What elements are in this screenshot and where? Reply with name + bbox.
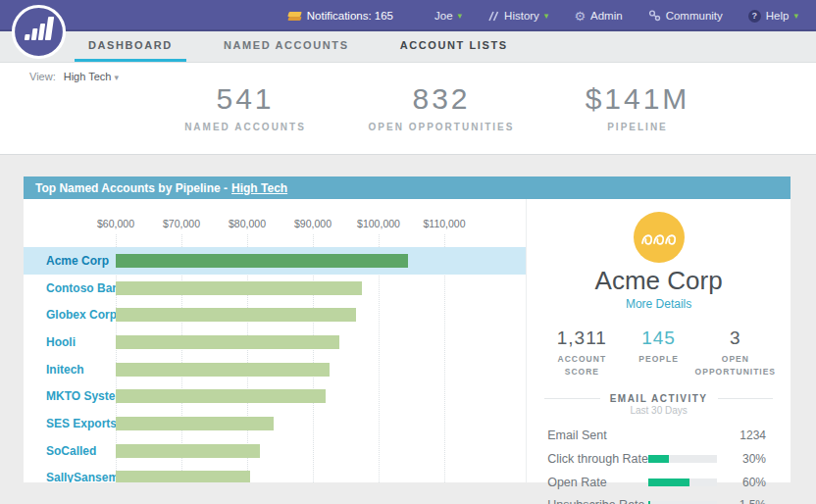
pipeline-bar[interactable] — [116, 335, 339, 349]
community-menu[interactable]: Community — [648, 10, 723, 22]
admin-label: Admin — [590, 10, 623, 22]
stat-value: 1,311 — [538, 328, 625, 349]
kpi-value: 832 — [343, 82, 539, 116]
chart-rows: Acme CorpContoso BankGlobex CorpHooliIni… — [24, 247, 526, 482]
community-icon — [648, 10, 661, 22]
history-icon — [487, 11, 499, 22]
pipeline-bar[interactable] — [116, 444, 260, 458]
metric-row: Email Sent1234 — [547, 425, 766, 448]
stat-value: 3 — [692, 328, 779, 349]
admin-menu[interactable]: ⚙ Admin — [574, 10, 622, 23]
metric-progress-fill — [648, 479, 689, 486]
chart-row: MKTO Systems — [24, 382, 526, 410]
email-activity-header: EMAIL ACTIVITY Last 30 Days — [527, 393, 790, 416]
pipeline-bar[interactable] — [116, 417, 274, 430]
chart-row: Hooli — [24, 328, 526, 356]
metric-progress-fill — [648, 455, 669, 463]
pipeline-bar[interactable] — [116, 363, 330, 377]
user-name: Joe — [434, 10, 453, 22]
tab-bar: DASHBOARD NAMED ACCOUNTS ACCOUNT LISTS — [0, 31, 816, 63]
metric-row: Open Rate60% — [547, 471, 766, 494]
email-activity-rows: Email Sent1234Click through Rate30%Open … — [527, 425, 790, 504]
account-stats: 1,311 ACCOUNT SCORE 145 PEOPLE 3 OPEN OP… — [527, 328, 790, 378]
metric-progress-bar — [648, 455, 717, 463]
pipeline-bar[interactable] — [116, 471, 250, 482]
kpi-label: PIPELINE — [539, 122, 736, 132]
history-label: History — [504, 10, 539, 22]
kpi-value: 541 — [147, 82, 343, 116]
stat-label: OPEN OPPORTUNITIES — [692, 353, 779, 378]
axis-tick-label: $90,000 — [294, 218, 332, 229]
metric-progress-bar — [648, 479, 717, 486]
chevron-down-icon: ▾ — [544, 12, 549, 21]
kpi-group: 541 NAMED ACCOUNTS 832 OPEN OPPORTUNITIE… — [147, 82, 736, 132]
marketo-logo[interactable] — [11, 4, 67, 60]
panel-title-link[interactable]: High Tech — [231, 181, 287, 195]
axis-tick-label: $80,000 — [229, 218, 266, 229]
metric-row: Unsubscribe Rate1.5% — [547, 494, 766, 504]
account-avatar — [634, 212, 685, 263]
metric-value: 1.5% — [727, 498, 766, 504]
chart-row: Contoso Bank — [24, 275, 526, 302]
account-link[interactable]: SES Exports — [24, 417, 116, 430]
pipeline-bar-chart: $60,000$70,000$80,000$90,000$100,000$110… — [24, 199, 527, 482]
chevron-down-icon: ▾ — [114, 73, 119, 82]
chart-row: Acme Corp — [24, 247, 526, 275]
metric-value: 30% — [727, 452, 766, 466]
axis-tick-label: $100,000 — [357, 218, 400, 229]
view-selector-row: View: High Tech ▾ — [29, 71, 119, 82]
notifications-icon — [288, 11, 302, 22]
kpi-value: $141M — [539, 82, 736, 116]
account-link[interactable]: Hooli — [24, 335, 116, 349]
tab-dashboard[interactable]: DASHBOARD — [75, 31, 186, 62]
panel-header: Top Named Accounts by Pipeline - High Te… — [24, 176, 790, 199]
account-link[interactable]: Contoso Bank — [24, 281, 116, 295]
pipeline-bar[interactable] — [116, 254, 408, 268]
coil-icon — [639, 226, 679, 249]
kpi-label: NAMED ACCOUNTS — [147, 122, 343, 132]
pipeline-bar[interactable] — [116, 308, 356, 322]
tab-named-accounts[interactable]: NAMED ACCOUNTS — [210, 31, 363, 62]
community-label: Community — [666, 10, 723, 22]
chart-row: Globex Corp — [24, 301, 526, 328]
account-link[interactable]: MKTO Systems — [24, 389, 116, 403]
tab-account-lists[interactable]: ACCOUNT LISTS — [386, 31, 522, 62]
stat-account-score: 1,311 ACCOUNT SCORE — [532, 328, 632, 378]
chevron-down-icon: ▾ — [793, 12, 798, 21]
account-name: Acme Corp — [527, 266, 790, 296]
top-nav: Notifications: 165 Joe ▾ History ▾ ⚙ Adm… — [0, 0, 816, 31]
stat-label: ACCOUNT SCORE — [538, 353, 625, 378]
metric-label: Unsubscribe Rate — [547, 498, 648, 504]
section-subtitle: Last 30 Days — [527, 405, 790, 416]
help-icon: ? — [748, 10, 761, 23]
help-label: Help — [766, 10, 790, 22]
kpi-open-opportunities: 832 OPEN OPPORTUNITIES — [343, 82, 539, 132]
view-dropdown[interactable]: High Tech ▾ — [64, 71, 119, 82]
panel-title: Top Named Accounts by Pipeline - — [35, 181, 228, 195]
pipeline-bar[interactable] — [116, 281, 362, 295]
account-link[interactable]: SallySansem — [24, 471, 116, 482]
view-value: High Tech — [64, 71, 112, 82]
pipeline-bar[interactable] — [116, 389, 326, 403]
metric-value: 1234 — [727, 428, 766, 442]
kpi-named-accounts: 541 NAMED ACCOUNTS — [147, 82, 343, 132]
account-link[interactable]: Initech — [24, 363, 116, 377]
chart-row: SallySansem — [24, 465, 526, 483]
history-menu[interactable]: History ▾ — [487, 10, 548, 22]
account-link[interactable]: SoCalled — [24, 444, 116, 458]
metric-value: 60% — [727, 476, 766, 489]
axis-tick-label: $60,000 — [97, 218, 134, 229]
account-detail-panel: Acme Corp More Details 1,311 ACCOUNT SCO… — [527, 199, 790, 482]
axis-tick-label: $70,000 — [163, 218, 200, 229]
user-menu[interactable]: Joe ▾ — [434, 10, 462, 22]
chart-row: SoCalled — [24, 437, 526, 465]
account-link[interactable]: Globex Corp — [24, 308, 116, 322]
section-title: EMAIL ACTIVITY — [610, 393, 708, 404]
kpi-pipeline: $141M PIPELINE — [539, 82, 736, 132]
help-menu[interactable]: ? Help ▾ — [748, 10, 798, 23]
more-details-link[interactable]: More Details — [527, 297, 790, 311]
notifications-button[interactable]: Notifications: 165 — [288, 10, 393, 22]
chart-axis: $60,000$70,000$80,000$90,000$100,000$110… — [24, 199, 526, 234]
account-link[interactable]: Acme Corp — [24, 254, 116, 268]
pipeline-panel: Top Named Accounts by Pipeline - High Te… — [24, 176, 790, 482]
